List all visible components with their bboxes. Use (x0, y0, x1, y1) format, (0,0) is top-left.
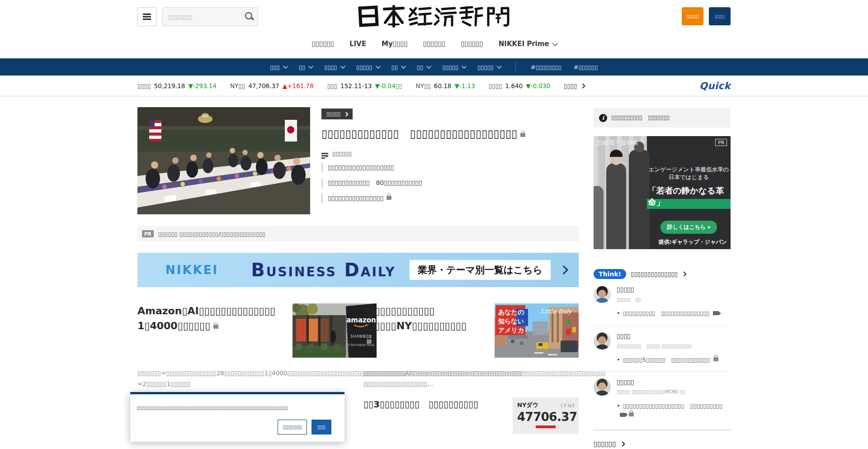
lock-icon (213, 325, 218, 329)
chevron-down-icon (462, 64, 467, 69)
nav-item-5[interactable]: ▯▯ (417, 64, 430, 71)
subnav: ▯▯▯▯▯▯ LIVE My▯▯▯▯ ▯▯▯▯▯▯ ▯▯▯▯▯▯ NIKKEI … (0, 40, 868, 48)
register-button[interactable]: ▯▯▯▯▯ (682, 7, 703, 25)
nav-hashtag-1[interactable]: #▯▯▯▯▯▯ (574, 64, 598, 71)
cookie-accept-button[interactable]: ▯▯▯ (311, 420, 331, 435)
subnav-item-3[interactable]: ▯▯▯▯▯▯ (423, 40, 446, 48)
cookie-settings-button[interactable]: ▯▯▯▯▯▯▯ (278, 420, 307, 435)
nikkei-logo[interactable] (356, 5, 512, 28)
pr-badge: PR (142, 230, 154, 237)
related-link-1[interactable]: ▯▯▯▯▯▯▯▯▯▯▯▯ 80▯▯▯▯▯▯▯▯▯▯▯ (321, 178, 579, 188)
subnav-item-4[interactable]: ▯▯▯▯▯▯ (461, 40, 483, 48)
search-input[interactable] (167, 8, 241, 27)
article-right-sub: ▯▯3▯▯▯▯▯▯▯▯ ▯▯▯▯▯▯▯▯▯▯ NYダウ (ドル) 47706.3… (363, 397, 579, 434)
subnav-item-nikkei-prime[interactable]: NIKKEI Prime (499, 40, 557, 48)
chevron-down-icon (375, 64, 380, 69)
nav-item-7[interactable]: ▯▯▯▯▯ (477, 64, 500, 71)
expert-comment[interactable]: •▯▯▯▯▯▯▯▯▯▯ ▯▯▯▯▯▯▯▯▯▯▯▯▯▯▯ (617, 309, 731, 318)
ticker-more-link[interactable]: ▯▯▯▯ (564, 82, 585, 90)
video-icon (713, 311, 719, 315)
chevron-down-icon (401, 64, 406, 69)
svg-text:あなたの: あなたの (498, 308, 524, 316)
business-daily-banner[interactable]: NIKKEI Business Daily 業界・テーマ別一覧はこちら (137, 253, 579, 287)
think-section-header[interactable]: Think! ▯▯▯▯▯▯▯▯▯▯▯▯▯▯ (594, 269, 731, 279)
expert-name[interactable]: ▯▯▯▯▯ (617, 286, 641, 293)
subnav-item-0[interactable]: ▯▯▯▯▯▯ (311, 40, 334, 48)
lock-icon (713, 357, 718, 361)
quote-jgb[interactable]: ▯▯▯▯ 1.640 ▼-0.030 (489, 82, 550, 90)
article-sub-headline[interactable]: ▯▯3▯▯▯▯▯▯▯▯ ▯▯▯▯▯▯▯▯▯▯ (363, 397, 505, 411)
ad-photo (594, 136, 647, 249)
subnav-item-live[interactable]: LIVE (349, 40, 366, 48)
ad-headline: 「若者の静かなる革命」 (647, 185, 731, 209)
featured-article: ▯▯▯▯▯ ▯▯▯▯▯▯▯▯▯▯▯▯▯ ▯▯▯▯▯▯▯▯▯▯▯▯▯▯▯▯▯▯ ▯… (137, 107, 579, 214)
sidebar-info-text: ▯▯▯▯▯▯▯▯▯▯ ▯▯▯▯▯▯▯ (611, 114, 670, 122)
menu-button[interactable] (137, 7, 156, 26)
ny-dow-widget[interactable]: NYダウ (ドル) 47706.37 (513, 397, 579, 434)
expert-title: ▯▯▯▯▯ ▯▯▯▯▯▯▯▯▯▯▯▯MOBI ▯▯ (617, 389, 685, 395)
article-right-body[interactable]: ▯▯▯▯▯▯▯▯▯▯▯▯▯▯▯▯▯▯▯▯▯▯▯▯▯▯▯▯▯▯▯▯▯▯▯▯▯▯▯▯… (363, 369, 579, 378)
nav-item-0[interactable]: ▯▯▯ (270, 64, 286, 71)
nav-item-3[interactable]: ▯▯▯▯▯ (356, 64, 379, 71)
cookie-consent-text: ▯▯▯▯▯▯▯▯▯▯▯▯▯▯▯▯▯▯▯▯▯▯▯▯▯▯▯▯▯▯▯▯▯▯▯▯▯▯▯▯… (137, 405, 338, 411)
article-left-body[interactable]: ▯▯▯▯▯▯▯=▯▯▯▯▯▯▯▯▯▯▯▯▯▯▯28▯▯▯▯▯▯▯▯▯▯▯▯1▯4… (137, 369, 358, 378)
avatar[interactable] (594, 378, 611, 396)
nav-item-2[interactable]: ▯▯▯▯ (324, 64, 344, 71)
summary-row[interactable]: ▯▯▯▯▯▯ (321, 150, 579, 157)
nikkei-homepage: ▯▯▯▯▯ ▯▯▯▯ ▯▯▯▯▯▯ LIVE My▯▯▯▯ ▯▯▯▯▯▯ ▯▯▯… (0, 0, 868, 449)
market-ticker: ▯▯▯▯ 50,219.18 ▼-293.14 NY▯▯ 47,706.37 ▲… (0, 76, 868, 96)
article-right-photo[interactable]: Little Italy あなたの 知らない アメリカ (495, 303, 579, 358)
article-right-headline[interactable]: ▯▯▯▯▯▯▯▯▯▯▯▯▯ ▯▯▯▯▯▯NY▯▯▯▯▯▯▯▯▯▯ (363, 303, 487, 358)
expert-comment[interactable]: •▯▯▯▯▯▯5▯▯▯▯▯▯ ▯▯▯▯▯▯▯▯▯▯▯▯ (617, 355, 731, 364)
banner-cta[interactable]: 業界・テーマ別一覧はこちら (410, 260, 551, 280)
quick-logo[interactable]: Quick (699, 80, 731, 91)
quote-ny-oil[interactable]: NY▯▯ 60.18 ▼-1.13 (416, 82, 475, 90)
article-right: ▯▯▯▯▯▯▯▯▯▯▯▯▯ ▯▯▯▯▯▯NY▯▯▯▯▯▯▯▯▯▯ (363, 303, 579, 434)
subnav-item-my[interactable]: My▯▯▯▯ (382, 40, 408, 48)
quote-fx[interactable]: ▯▯▯ 152.11-13 ▼-0.04▯▯ (327, 82, 402, 90)
expert-comment[interactable]: •▯▯▯▯▯▯▯▯▯▯▯▯▯▯▯▯▯▯▯ ▯▯▯▯▯▯▯▯▯▯ (617, 402, 731, 419)
nav-item-6[interactable]: ▯▯▯▯▯ (442, 64, 465, 71)
sidebar-footer-link[interactable]: ▯▯▯▯▯▯ (594, 440, 731, 448)
related-link-0[interactable]: ▯▯▯▯▯▯▯▯▯▯▯▯▯▯▯▯▯▯▯ (321, 163, 579, 172)
featured-headline[interactable]: ▯▯▯▯▯▯▯▯▯▯▯▯▯ ▯▯▯▯▯▯▯▯▯▯▯▯▯▯▯▯▯▯ (321, 127, 579, 142)
pr-text: ▯▯▯▯▯▯ ▯▯▯▯▯▯▯▯▯▯▯▯/▯▯▯▯▯▯▯▯▯▯▯▯▯▯ (158, 231, 265, 237)
ad-cta-button[interactable]: 詳しくはこちら » (660, 221, 717, 234)
search-icon[interactable] (245, 12, 252, 19)
video-icon (620, 413, 626, 417)
chevron-down-icon (426, 64, 431, 69)
login-button[interactable]: ▯▯▯▯ (709, 7, 731, 25)
nav-hashtag-0[interactable]: #▯▯▯▯▯▯▯▯ (531, 64, 561, 71)
related-link-2[interactable]: ▯▯▯▯▯▯▯▯▯▯▯▯▯▯▯▯ (321, 194, 579, 203)
quote-nikkei225[interactable]: ▯▯▯▯ 50,219.18 ▼-293.14 (137, 82, 217, 90)
think-title: ▯▯▯▯▯▯▯▯▯▯▯▯▯▯ (631, 270, 678, 278)
header-right-group: ▯▯▯▯▯ ▯▯▯▯ (682, 7, 731, 25)
article-right-top: ▯▯▯▯▯▯▯▯▯▯▯▯▯ ▯▯▯▯▯▯NY▯▯▯▯▯▯▯▯▯▯ (363, 303, 579, 358)
banner-title: Business Daily (251, 261, 396, 279)
avatar[interactable] (594, 286, 611, 303)
sidebar-ad[interactable]: 日経電子版特集 PR エンゲージメント率最低水準の 日本ではじまる 「若者の静か… (594, 136, 731, 249)
expert-name[interactable]: ▯▯▯▯▯ (617, 378, 685, 386)
hamburger-icon (143, 14, 151, 15)
chevron-right-icon (620, 441, 625, 446)
ny-dow-label: NYダウ (517, 401, 538, 409)
article-right-more: ▯▯▯▯▯▯▯▯▯▯▯▯▯▯▯▯▯▯▯… (363, 380, 579, 388)
expert-name[interactable]: ▯▯▯▯ (617, 332, 692, 340)
avatar[interactable] (594, 332, 611, 350)
ad-kicker: 日経電子版特集 (597, 139, 638, 147)
chevron-down-icon (496, 64, 501, 69)
sidebar-info-bar[interactable]: i ▯▯▯▯▯▯▯▯▯▯ ▯▯▯▯▯▯▯ (594, 108, 731, 128)
pr-row[interactable]: PR ▯▯▯▯▯▯ ▯▯▯▯▯▯▯▯▯▯▯▯/▯▯▯▯▯▯▯▯▯▯▯▯▯▯ (137, 226, 579, 241)
nav-item-4[interactable]: ▯▯ (392, 64, 405, 71)
quote-ny-dow[interactable]: NY▯▯ 47,706.37 ▲+161.78 (230, 82, 314, 90)
chevron-right-icon (344, 112, 348, 116)
article-left-headline[interactable]: Amazon▯AI▯▯▯▯▯▯▯▯▯▯▯▯▯▯ 1▯4000▯▯▯▯▯▯ (137, 303, 285, 358)
expert-item-0: ▯▯▯▯▯ ▯▯▯▯▯ ▯▯ •▯▯▯▯▯▯▯▯▯▯ ▯▯▯▯▯▯▯▯▯▯▯▯▯… (594, 279, 731, 325)
featured-category-badge[interactable]: ▯▯▯▯▯ (321, 109, 353, 119)
nav-item-1[interactable]: ▯▯ (299, 64, 312, 71)
expert-item-2: ▯▯▯▯▯ ▯▯▯▯▯ ▯▯▯▯▯▯▯▯▯▯▯▯MOBI ▯▯ •▯▯▯▯▯▯▯… (594, 371, 731, 426)
header: ▯▯▯▯▯ ▯▯▯▯ ▯▯▯▯▯▯ LIVE My▯▯▯▯ ▯▯▯▯▯▯ ▯▯▯… (0, 0, 868, 58)
ad-credit: 提供:ギャラップ・ジャパン (659, 238, 727, 246)
featured-photo[interactable] (137, 107, 310, 214)
ny-dow-value: 47706.37 (517, 410, 574, 424)
